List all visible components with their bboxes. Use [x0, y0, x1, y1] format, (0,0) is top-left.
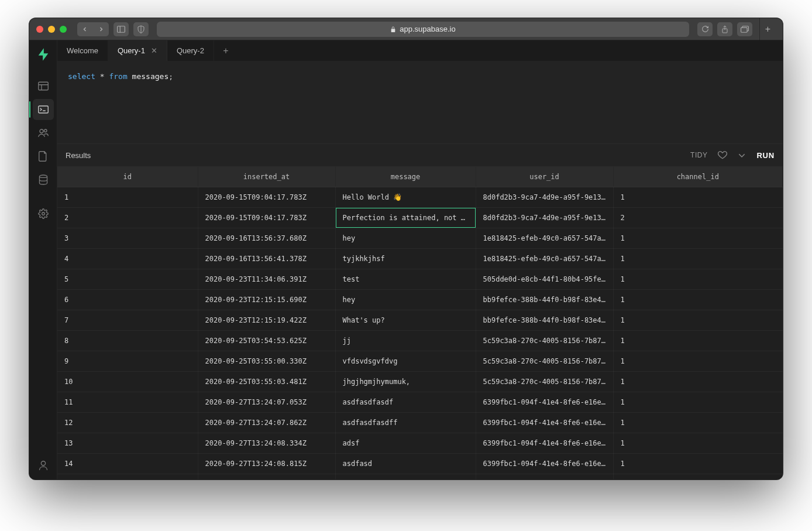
cell-channel-id[interactable]: 1	[613, 249, 783, 269]
cell-message[interactable]: adsf	[335, 433, 476, 454]
cell-message[interactable]: jj	[335, 331, 476, 351]
tidy-button[interactable]: TIDY	[690, 151, 707, 159]
cell-id[interactable]: 2	[57, 208, 198, 228]
cell-user-id[interactable]: 6399fbc1-094f-41e4-8fe6-e16e1087…	[476, 433, 613, 454]
sidebar-item-settings[interactable]	[33, 203, 54, 224]
cell-inserted-at[interactable]: 2020-09-27T13:24:07.053Z	[198, 392, 335, 413]
cell-user-id[interactable]: 8d0fd2b3-9ca7-4d9e-a95f-9e13dded…	[476, 208, 613, 228]
cell-id[interactable]: 7	[57, 310, 198, 331]
reload-button[interactable]	[697, 22, 713, 36]
cell-channel-id[interactable]: 1	[613, 454, 783, 474]
table-row[interactable]: 72020-09-23T12:15:19.422ZWhat's up?bb9fe…	[57, 310, 783, 331]
cell-user-id[interactable]: 1e818425-efeb-49c0-a657-547a5672…	[476, 249, 613, 269]
new-tab-button[interactable]: +	[759, 18, 776, 40]
cell-id[interactable]: 12	[57, 413, 198, 433]
cell-channel-id[interactable]: 1	[613, 372, 783, 392]
cell-id[interactable]: 9	[57, 351, 198, 372]
cell-message[interactable]: hey	[335, 290, 476, 310]
table-row[interactable]: 42020-09-16T13:56:41.378Ztyjkhkjhsf1e818…	[57, 249, 783, 269]
cell-inserted-at[interactable]: 2020-09-25T03:54:53.625Z	[198, 331, 335, 351]
cell-inserted-at[interactable]: 2020-09-27T13:24:08.334Z	[198, 433, 335, 454]
minimize-window-button[interactable]	[48, 26, 55, 33]
table-row[interactable]: 92020-09-25T03:55:00.330Zvfdsvdsgvfdvg5c…	[57, 351, 783, 372]
cell-user-id[interactable]: 5c59c3a8-270c-4005-8156-7b87de8c…	[476, 351, 613, 372]
cell-message[interactable]: vfdsvdsgvfdvg	[335, 351, 476, 372]
cell-id[interactable]: 13	[57, 433, 198, 454]
cell-id[interactable]: 15	[57, 474, 198, 480]
tab-welcome[interactable]: Welcome	[57, 40, 108, 61]
sidebar-item-account[interactable]	[33, 455, 54, 476]
cell-message[interactable]: asdfasdfasdff	[335, 413, 476, 433]
cell-inserted-at[interactable]: 2020-09-23T12:15:19.422Z	[198, 310, 335, 331]
column-header[interactable]: inserted_at	[198, 167, 335, 187]
cell-channel-id[interactable]: 1	[613, 331, 783, 351]
cell-channel-id[interactable]: 1	[613, 413, 783, 433]
cell-user-id[interactable]: 5c59c3a8-270c-4005-8156-7b87de8c…	[476, 331, 613, 351]
cell-inserted-at[interactable]: 2020-09-27T13:24:07.862Z	[198, 413, 335, 433]
cell-user-id[interactable]: 6399fbc1-094f-41e4-8fe6-e16e1087…	[476, 392, 613, 413]
cell-channel-id[interactable]: 1	[613, 392, 783, 413]
maximize-window-button[interactable]	[60, 26, 67, 33]
sql-editor[interactable]: select * from messages;	[57, 61, 783, 143]
table-row[interactable]: 122020-09-27T13:24:07.862Zasdfasdfasdff6…	[57, 413, 783, 433]
table-row[interactable]: 102020-09-25T03:55:03.481Zjhgjhgmjhymumu…	[57, 372, 783, 392]
sidebar-item-sql-editor[interactable]	[33, 99, 54, 120]
cell-user-id[interactable]: 505dde0d-e8cb-44f1-80b4-95fe1bea…	[476, 269, 613, 290]
sidebar-item-table-editor[interactable]	[33, 76, 54, 97]
table-row[interactable]: 22020-09-15T09:04:17.783ZPerfection is a…	[57, 208, 783, 228]
cell-message[interactable]: tyjkhkjhsf	[335, 249, 476, 269]
cell-user-id[interactable]: 5c59c3a8-270c-4005-8156-7b87de8c…	[476, 372, 613, 392]
sidebar-toggle-button[interactable]	[113, 22, 129, 36]
table-row[interactable]: 112020-09-27T13:24:07.053Zasdfasdfasdf63…	[57, 392, 783, 413]
forward-button[interactable]	[94, 22, 109, 36]
cell-inserted-at[interactable]: 2020-09-15T09:04:17.783Z	[198, 208, 335, 228]
close-icon[interactable]: ✕	[151, 46, 157, 55]
new-query-tab-button[interactable]: +	[214, 40, 238, 61]
cell-message[interactable]: fas	[335, 474, 476, 480]
cell-id[interactable]: 11	[57, 392, 198, 413]
cell-id[interactable]: 3	[57, 228, 198, 249]
shield-icon[interactable]	[133, 22, 149, 36]
cell-inserted-at[interactable]: 2020-09-27T13:24:08.815Z	[198, 454, 335, 474]
column-header[interactable]: channel_id	[613, 167, 783, 187]
table-row[interactable]: 132020-09-27T13:24:08.334Zadsf6399fbc1-0…	[57, 433, 783, 454]
tabs-button[interactable]	[737, 22, 752, 36]
close-window-button[interactable]	[36, 26, 43, 33]
chevron-down-icon[interactable]	[738, 152, 746, 158]
cell-message[interactable]: Perfection is attained, not when…	[335, 208, 476, 228]
cell-id[interactable]: 6	[57, 290, 198, 310]
cell-channel-id[interactable]: 1	[613, 351, 783, 372]
cell-channel-id[interactable]: 1	[613, 433, 783, 454]
cell-channel-id[interactable]: 1	[613, 290, 783, 310]
sidebar-item-database[interactable]	[33, 169, 54, 190]
cell-id[interactable]: 5	[57, 269, 198, 290]
cell-inserted-at[interactable]: 2020-09-16T13:56:37.680Z	[198, 228, 335, 249]
cell-id[interactable]: 4	[57, 249, 198, 269]
cell-id[interactable]: 1	[57, 187, 198, 208]
cell-inserted-at[interactable]: 2020-09-25T03:55:00.330Z	[198, 351, 335, 372]
cell-message[interactable]: Hello World 👋	[335, 187, 476, 208]
cell-message[interactable]: What's up?	[335, 310, 476, 331]
url-bar[interactable]: app.supabase.io	[157, 22, 689, 37]
cell-inserted-at[interactable]: 2020-09-15T09:04:17.783Z	[198, 187, 335, 208]
table-row[interactable]: 82020-09-25T03:54:53.625Zjj5c59c3a8-270c…	[57, 331, 783, 351]
cell-channel-id[interactable]: 1	[613, 310, 783, 331]
tab-query-2[interactable]: Query-2	[167, 40, 214, 61]
column-header[interactable]: user_id	[476, 167, 613, 187]
cell-message[interactable]: asdfasd	[335, 454, 476, 474]
share-button[interactable]	[717, 22, 732, 36]
column-header[interactable]: id	[57, 167, 198, 187]
back-button[interactable]	[77, 22, 92, 36]
cell-user-id[interactable]: 6399fbc1-094f-41e4-8fe6-e16e1087…	[476, 474, 613, 480]
cell-id[interactable]: 8	[57, 331, 198, 351]
cell-channel-id[interactable]: 1	[613, 269, 783, 290]
cell-id[interactable]: 14	[57, 454, 198, 474]
table-row[interactable]: 142020-09-27T13:24:08.815Zasdfasd6399fbc…	[57, 454, 783, 474]
cell-inserted-at[interactable]: 2020-09-16T13:56:41.378Z	[198, 249, 335, 269]
cell-channel-id[interactable]: 2	[613, 208, 783, 228]
cell-channel-id[interactable]: 1	[613, 187, 783, 208]
table-row[interactable]: 12020-09-15T09:04:17.783ZHello World 👋8d…	[57, 187, 783, 208]
cell-channel-id[interactable]: 1	[613, 474, 783, 480]
logo-icon[interactable]	[33, 44, 54, 65]
favorite-icon[interactable]	[718, 151, 727, 159]
